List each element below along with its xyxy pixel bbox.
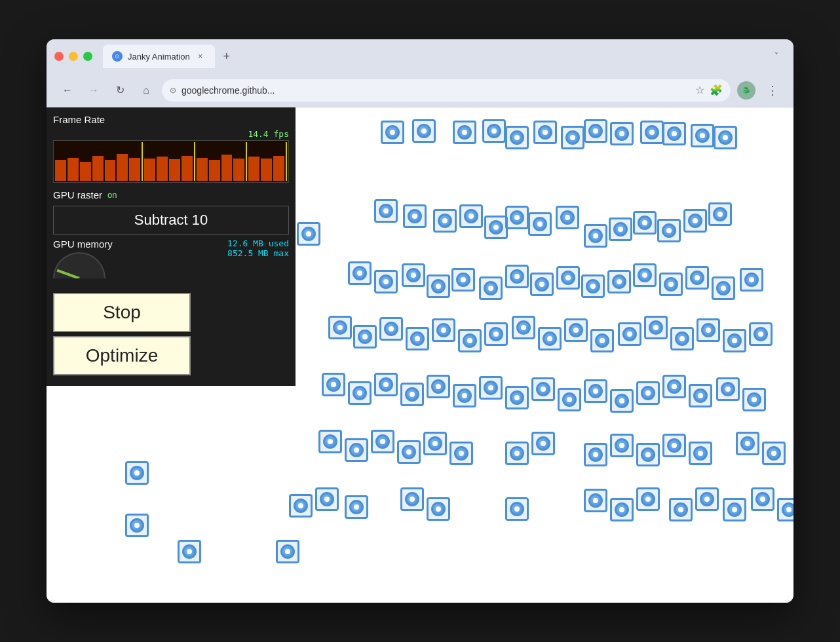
chrome-icon	[427, 274, 450, 298]
chrome-icon	[482, 119, 506, 143]
chrome-icon	[584, 379, 607, 403]
chrome-icon	[484, 322, 508, 346]
chrome-icon	[662, 122, 686, 145]
browser-menu-button[interactable]: ⋮	[762, 80, 783, 101]
new-tab-button[interactable]: +	[218, 47, 236, 66]
chrome-icon	[723, 329, 746, 352]
minimize-button[interactable]	[69, 52, 78, 61]
chrome-icon	[125, 461, 149, 485]
chrome-icon	[400, 487, 424, 511]
gauge-fill	[56, 269, 79, 278]
fps-bar	[105, 160, 116, 181]
maximize-button[interactable]	[83, 52, 92, 61]
fps-bar	[248, 157, 259, 181]
forward-button[interactable]: →	[83, 80, 104, 101]
browser-window: ⊙ Janky Animation × + ˅ ← → ↻ ⌂ ⊙ google…	[47, 39, 793, 603]
chrome-icon	[400, 383, 424, 406]
chrome-icon	[345, 438, 368, 462]
chrome-icon	[581, 274, 605, 298]
chrome-icon	[374, 373, 398, 396]
fps-bar-line	[246, 142, 247, 181]
chrome-icon	[584, 224, 607, 248]
chrome-icon	[505, 126, 529, 149]
chrome-icon	[636, 443, 660, 466]
profile-avatar[interactable]: 🐉	[736, 80, 757, 101]
chrome-icon	[433, 209, 457, 233]
chrome-icon	[736, 432, 759, 455]
chrome-icon	[610, 434, 634, 457]
chrome-icon	[609, 217, 632, 241]
chrome-icon	[505, 265, 529, 288]
page-content: Frame Rate 14.4 fps	[47, 107, 793, 603]
active-tab[interactable]: ⊙ Janky Animation ×	[103, 45, 215, 68]
tab-title: Janky Animation	[128, 52, 190, 62]
chrome-icon	[479, 376, 503, 400]
chrome-icon	[610, 498, 634, 521]
chrome-icon	[505, 497, 529, 521]
chrome-icon	[633, 263, 657, 287]
tab-dropdown-button[interactable]: ˅	[767, 47, 786, 66]
fps-bar-line	[194, 142, 195, 181]
chrome-icon	[590, 329, 614, 352]
chrome-icon	[644, 316, 668, 339]
chrome-icon	[691, 124, 714, 147]
chrome-icon	[178, 540, 201, 563]
chrome-icon	[533, 121, 557, 144]
reload-button[interactable]: ↻	[109, 80, 130, 101]
fps-bar	[80, 162, 91, 181]
chrome-icon	[697, 318, 720, 342]
address-bar[interactable]: ⊙ googlechrome.github... ☆ 🧩	[162, 79, 731, 102]
chrome-icon	[659, 273, 683, 296]
chrome-icon	[685, 266, 709, 290]
fps-bar	[67, 158, 79, 181]
chrome-icon	[453, 384, 476, 407]
chrome-icon	[636, 381, 660, 405]
chrome-icon	[723, 498, 746, 521]
chrome-icon	[558, 388, 581, 411]
chrome-icon	[459, 204, 483, 228]
optimize-button[interactable]: Optimize	[53, 336, 191, 375]
chrome-icon	[670, 327, 694, 350]
gpu-memory-used: 12.6 MB used	[227, 238, 289, 248]
fps-bar	[261, 159, 272, 181]
chrome-icon	[432, 318, 455, 342]
chrome-icon	[610, 122, 634, 145]
subtract-label: Subtract 10	[134, 212, 208, 228]
stop-button[interactable]: Stop	[53, 293, 191, 332]
fps-bar-line	[286, 142, 287, 181]
gpu-memory-title: GPU memory	[53, 238, 113, 250]
chrome-icon	[531, 377, 555, 401]
user-avatar: 🐉	[737, 81, 755, 100]
tab-favicon-icon: ⊙	[112, 51, 123, 62]
chrome-icon	[276, 540, 299, 563]
chrome-icon	[371, 430, 394, 453]
chrome-icon	[530, 273, 554, 296]
chrome-icon	[640, 121, 664, 144]
fps-bar	[144, 159, 155, 181]
chrome-icon	[708, 202, 732, 226]
bookmark-icon[interactable]: ☆	[695, 84, 704, 96]
extensions-icon: 🧩	[710, 84, 723, 96]
chrome-icon	[538, 327, 562, 350]
chrome-icon	[714, 126, 737, 149]
fps-value: 14.4 fps	[53, 129, 289, 139]
tab-close-button[interactable]: ×	[195, 51, 206, 62]
fps-bar	[92, 156, 104, 181]
close-button[interactable]	[54, 52, 64, 61]
subtract-section: Subtract 10	[53, 206, 289, 235]
traffic-lights	[54, 52, 92, 61]
chrome-icon	[636, 487, 660, 511]
chrome-icon	[328, 316, 352, 339]
gpu-memory-section: GPU memory 12.6 MB used 852.5 MB max	[53, 238, 289, 288]
chrome-icon	[403, 204, 427, 228]
fps-bar	[117, 154, 128, 181]
tab-bar: ⊙ Janky Animation × + ˅	[103, 45, 786, 68]
chrome-icon	[374, 270, 398, 293]
fps-section: Frame Rate 14.4 fps	[53, 114, 289, 183]
gpu-raster-section: GPU raster on	[53, 189, 289, 200]
chrome-icon	[374, 199, 398, 223]
home-button[interactable]: ⌂	[136, 80, 157, 101]
back-button[interactable]: ←	[57, 80, 78, 101]
chrome-icon	[505, 206, 529, 229]
fps-bar	[221, 155, 233, 181]
